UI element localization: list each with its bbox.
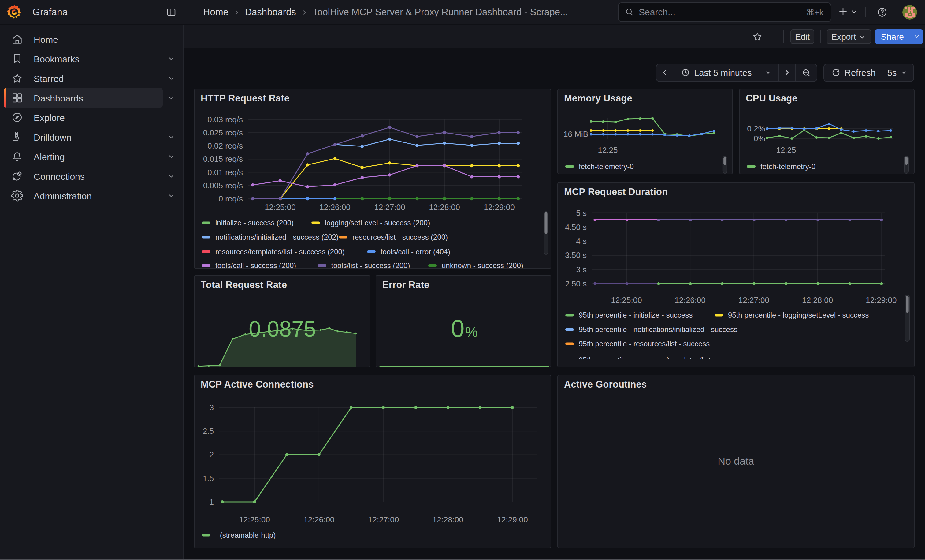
svg-text:%: %: [465, 324, 478, 340]
svg-text:logging/setLevel - success (20: logging/setLevel - success (200): [325, 219, 430, 227]
svg-text:0.0875: 0.0875: [249, 317, 316, 341]
svg-text:fetch-telemetry-0: fetch-telemetry-0: [761, 162, 815, 171]
svg-text:1: 1: [209, 497, 214, 506]
svg-text:0.015 req/s: 0.015 req/s: [203, 155, 243, 164]
svg-text:initialize - success (200): initialize - success (200): [215, 219, 294, 227]
svg-text:12:28:00: 12:28:00: [429, 203, 460, 212]
svg-text:12:25:00: 12:25:00: [239, 515, 270, 524]
svg-text:12:29:00: 12:29:00: [497, 515, 528, 524]
svg-text:12:29:00: 12:29:00: [866, 295, 896, 305]
svg-text:tools/list - success (200): tools/list - success (200): [331, 261, 410, 269]
svg-text:3.50 s: 3.50 s: [565, 250, 587, 260]
svg-text:0%: 0%: [754, 134, 765, 143]
svg-text:3 s: 3 s: [576, 265, 587, 274]
svg-text:4 s: 4 s: [576, 236, 587, 245]
svg-text:resources/list - success (200): resources/list - success (200): [353, 233, 448, 241]
svg-text:12:26:00: 12:26:00: [319, 203, 350, 212]
svg-text:- (streamable-http): - (streamable-http): [215, 531, 276, 539]
svg-text:unknown - success (200): unknown - success (200): [442, 261, 523, 269]
svg-text:12:25: 12:25: [598, 146, 618, 155]
svg-text:95th percentile - notification: 95th percentile - notifications/initiali…: [579, 325, 738, 333]
svg-text:tools/call - success (200): tools/call - success (200): [215, 261, 296, 269]
svg-text:12:28:00: 12:28:00: [432, 515, 463, 524]
svg-text:tools/call - error (404): tools/call - error (404): [381, 248, 450, 256]
svg-text:2.50 s: 2.50 s: [565, 279, 587, 288]
svg-text:0.03 req/s: 0.03 req/s: [207, 115, 243, 124]
svg-text:12:29:00: 12:29:00: [484, 203, 515, 212]
svg-text:2.5: 2.5: [203, 426, 214, 435]
svg-text:0.01 req/s: 0.01 req/s: [207, 168, 243, 177]
svg-text:95th percentile - initialize -: 95th percentile - initialize - success: [579, 311, 693, 319]
svg-text:3: 3: [209, 402, 214, 412]
svg-text:16 MiB: 16 MiB: [563, 130, 588, 139]
svg-text:0.02 req/s: 0.02 req/s: [207, 141, 243, 150]
svg-text:12:26:00: 12:26:00: [675, 295, 706, 305]
svg-text:95th percentile - logging/setL: 95th percentile - logging/setLevel - suc…: [728, 311, 869, 319]
svg-text:0.025 req/s: 0.025 req/s: [203, 128, 243, 137]
svg-text:0.2%: 0.2%: [747, 124, 765, 133]
svg-text:5 s: 5 s: [576, 208, 587, 217]
svg-text:0.005 req/s: 0.005 req/s: [203, 181, 243, 190]
svg-text:12:27:00: 12:27:00: [374, 203, 405, 212]
svg-text:0 req/s: 0 req/s: [219, 194, 243, 203]
svg-text:notifications/initialized - su: notifications/initialized - success (202…: [215, 233, 339, 241]
svg-text:fetch-telemetry-0: fetch-telemetry-0: [579, 162, 634, 171]
svg-text:0: 0: [451, 315, 465, 342]
svg-text:12:25: 12:25: [776, 146, 796, 155]
svg-text:12:27:00: 12:27:00: [738, 295, 769, 305]
svg-text:12:25:00: 12:25:00: [611, 295, 642, 305]
svg-text:1.5: 1.5: [203, 473, 214, 483]
svg-text:2: 2: [209, 450, 214, 459]
svg-text:12:28:00: 12:28:00: [802, 295, 833, 305]
svg-text:95th percentile - resources/te: 95th percentile - resources/templates/li…: [579, 356, 744, 364]
svg-text:resources/templates/list - suc: resources/templates/list - success (200): [215, 248, 345, 256]
svg-text:12:25:00: 12:25:00: [265, 203, 295, 212]
svg-text:95th percentile - resources/li: 95th percentile - resources/list - succe…: [579, 339, 710, 348]
svg-text:12:27:00: 12:27:00: [368, 515, 399, 524]
svg-text:4.50 s: 4.50 s: [565, 222, 587, 231]
svg-text:12:26:00: 12:26:00: [303, 515, 334, 524]
